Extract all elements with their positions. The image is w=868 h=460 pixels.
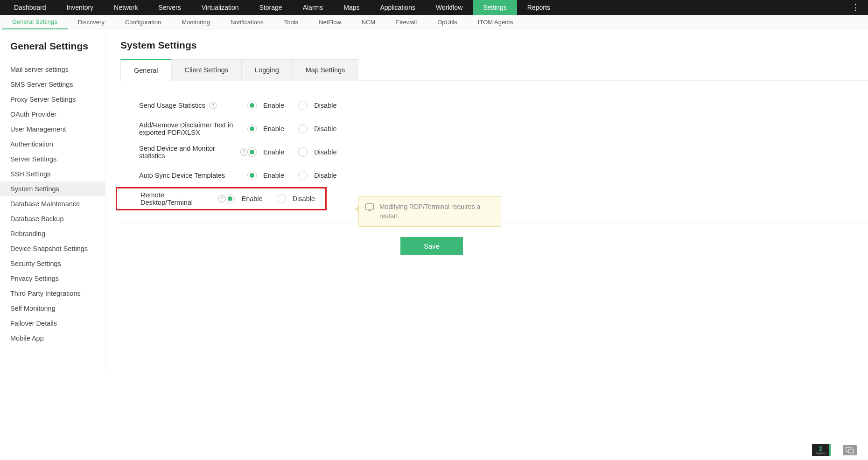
info-text: Modifying RDP/Terminal requires a restar… xyxy=(379,203,480,220)
subnav-item-monitoring[interactable]: Monitoring xyxy=(171,15,220,29)
setting-row-4: Remote Desktop/Terminal?EnableDisable xyxy=(116,187,327,210)
setting-row-0: Send Usage Statistics?EnableDisable xyxy=(120,94,868,117)
setting-label-text: Auto Sync Device Templates xyxy=(139,172,225,179)
tab-logging[interactable]: Logging xyxy=(241,59,293,81)
sidebar-item-oauth-provider[interactable]: OAuth Provider xyxy=(0,107,105,122)
setting-label: Remote Desktop/Terminal? xyxy=(122,191,225,206)
sub-navigation: General SettingsDiscoveryConfigurationMo… xyxy=(0,15,868,29)
sidebar-item-privacy-settings[interactable]: Privacy Settings xyxy=(0,271,105,286)
sidebar-item-proxy-server-settings[interactable]: Proxy Server Settings xyxy=(0,92,105,107)
radio-disable-label[interactable]: Disable xyxy=(314,172,336,179)
topnav-item-dashboard[interactable]: Dashboard xyxy=(4,0,56,15)
radio-group: EnableDisable xyxy=(225,194,325,203)
sidebar-item-database-backup[interactable]: Database Backup xyxy=(0,211,105,226)
sidebar-item-system-settings[interactable]: System Settings xyxy=(0,181,105,196)
topnav-item-reports[interactable]: Reports xyxy=(517,0,560,15)
sidebar-item-sms-server-settings[interactable]: SMS Server Settings xyxy=(0,77,105,92)
setting-row-3: Auto Sync Device TemplatesEnableDisable xyxy=(120,164,868,187)
setting-row-2: Send Device and Monitor statistics?Enabl… xyxy=(120,140,868,164)
radio-enable[interactable] xyxy=(247,147,257,157)
setting-label: Auto Sync Device Templates xyxy=(120,172,247,179)
radio-enable-label[interactable]: Enable xyxy=(263,172,284,179)
page-title: System Settings xyxy=(120,40,868,51)
setting-row-1: Add/Remove Disclaimer Text in exported P… xyxy=(120,117,868,140)
sidebar-item-third-party-integrations[interactable]: Third Party Integrations xyxy=(0,286,105,301)
subnav-item-ncm[interactable]: NCM xyxy=(351,15,386,29)
radio-disable[interactable] xyxy=(298,124,308,133)
topnav-item-network[interactable]: Network xyxy=(104,0,148,15)
subnav-item-oputils[interactable]: OpUtils xyxy=(427,15,468,29)
sidebar-item-database-maintenance[interactable]: Database Maintenance xyxy=(0,196,105,211)
radio-enable[interactable] xyxy=(225,194,235,203)
save-button[interactable]: Save xyxy=(400,237,463,255)
sidebar-item-mail-server-settings[interactable]: Mail server settings xyxy=(0,62,105,77)
tab-map-settings[interactable]: Map Settings xyxy=(292,59,359,81)
help-icon[interactable]: ? xyxy=(209,102,217,109)
topnav-item-maps[interactable]: Maps xyxy=(333,0,370,15)
help-icon[interactable]: ? xyxy=(218,195,225,202)
sidebar-item-authentication[interactable]: Authentication xyxy=(0,137,105,152)
setting-label: Send Usage Statistics? xyxy=(120,102,247,109)
radio-group: EnableDisable xyxy=(247,147,347,157)
sidebar-item-mobile-app[interactable]: Mobile App xyxy=(0,331,105,346)
setting-label-text: Send Usage Statistics xyxy=(139,102,205,109)
setting-label: Add/Remove Disclaimer Text in exported P… xyxy=(120,121,247,136)
subnav-item-firewall[interactable]: Firewall xyxy=(385,15,427,29)
subnav-item-itom-agents[interactable]: ITOM Agents xyxy=(468,15,524,29)
setting-label: Send Device and Monitor statistics? xyxy=(120,145,247,160)
radio-group: EnableDisable xyxy=(247,171,347,180)
sidebar-item-self-monitoring[interactable]: Self Monitoring xyxy=(0,301,105,316)
topnav-item-workflow[interactable]: Workflow xyxy=(426,0,473,15)
sidebar-item-device-snapshot-settings[interactable]: Device Snapshot Settings xyxy=(0,241,105,256)
radio-disable-label[interactable]: Disable xyxy=(314,148,336,156)
subnav-item-tools[interactable]: Tools xyxy=(274,15,308,29)
sidebar-item-security-settings[interactable]: Security Settings xyxy=(0,256,105,271)
tab-client-settings[interactable]: Client Settings xyxy=(171,59,242,81)
radio-enable-label[interactable]: Enable xyxy=(263,148,284,156)
radio-group: EnableDisable xyxy=(247,101,347,110)
radio-disable[interactable] xyxy=(277,194,286,203)
setting-label-text: Send Device and Monitor statistics xyxy=(139,145,237,160)
subnav-item-configuration[interactable]: Configuration xyxy=(115,15,171,29)
radio-group: EnableDisable xyxy=(247,124,347,133)
subnav-item-discovery[interactable]: Discovery xyxy=(68,15,115,29)
radio-disable[interactable] xyxy=(298,147,308,157)
radio-enable[interactable] xyxy=(247,101,257,110)
help-icon[interactable]: ? xyxy=(240,148,247,156)
topnav-item-alarms[interactable]: Alarms xyxy=(293,0,334,15)
setting-label-text: Remote Desktop/Terminal xyxy=(140,191,215,206)
top-navigation: DashboardInventoryNetworkServersVirtuali… xyxy=(0,0,868,15)
tabs: GeneralClient SettingsLoggingMap Setting… xyxy=(120,59,868,81)
sidebar-item-user-management[interactable]: User Management xyxy=(0,122,105,137)
radio-enable-label[interactable]: Enable xyxy=(241,195,262,202)
settings-form: Send Usage Statistics?EnableDisableAdd/R… xyxy=(120,94,868,210)
info-callout: Modifying RDP/Terminal requires a restar… xyxy=(358,196,501,227)
topnav-item-applications[interactable]: Applications xyxy=(370,0,426,15)
sidebar-item-failover-details[interactable]: Failover Details xyxy=(0,316,105,331)
radio-disable-label[interactable]: Disable xyxy=(314,125,336,132)
radio-disable[interactable] xyxy=(298,171,308,180)
more-menu-icon[interactable]: ⋮ xyxy=(851,0,860,15)
setting-label-text: Add/Remove Disclaimer Text in exported P… xyxy=(139,121,247,136)
sidebar-item-server-settings[interactable]: Server Settings xyxy=(0,152,105,167)
sidebar-title: General Settings xyxy=(0,38,105,62)
sidebar-item-rebranding[interactable]: Rebranding xyxy=(0,226,105,241)
radio-enable[interactable] xyxy=(247,171,257,180)
radio-disable-label[interactable]: Disable xyxy=(314,102,336,109)
topnav-item-inventory[interactable]: Inventory xyxy=(56,0,104,15)
subnav-item-netflow[interactable]: NetFlow xyxy=(308,15,351,29)
topnav-item-servers[interactable]: Servers xyxy=(148,0,191,15)
main-content: System Settings GeneralClient SettingsLo… xyxy=(105,29,868,370)
topnav-item-virtualization[interactable]: Virtualization xyxy=(191,0,249,15)
radio-enable-label[interactable]: Enable xyxy=(263,125,284,132)
radio-enable-label[interactable]: Enable xyxy=(263,102,284,109)
topnav-item-settings[interactable]: Settings xyxy=(473,0,517,15)
subnav-item-notifications[interactable]: Notifications xyxy=(220,15,274,29)
topnav-item-storage[interactable]: Storage xyxy=(249,0,293,15)
radio-disable-label[interactable]: Disable xyxy=(293,195,315,202)
tab-general[interactable]: General xyxy=(120,59,172,81)
subnav-item-general-settings[interactable]: General Settings xyxy=(2,15,68,29)
sidebar-item-ssh-settings[interactable]: SSH Settings xyxy=(0,167,105,181)
radio-disable[interactable] xyxy=(298,101,308,110)
radio-enable[interactable] xyxy=(247,124,257,133)
